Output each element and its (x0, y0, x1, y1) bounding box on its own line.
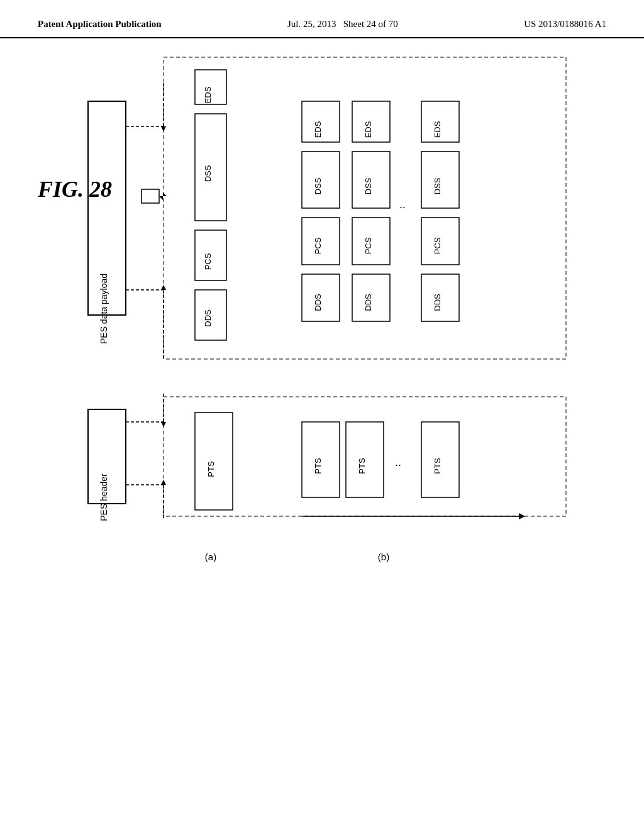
svg-text:PCS: PCS (203, 253, 213, 270)
date-sheet: Jul. 25, 2013 Sheet 24 of 70 (287, 18, 398, 31)
date: Jul. 25, 2013 (287, 19, 336, 29)
svg-rect-9 (142, 189, 159, 203)
svg-marker-10 (159, 192, 167, 200)
publication-label: Patent Application Publication (38, 18, 162, 31)
patent-number: US 2013/0188016 A1 (524, 18, 606, 31)
svg-text:EDS: EDS (364, 121, 373, 138)
svg-rect-44 (164, 397, 566, 516)
svg-text:DDS: DDS (364, 294, 373, 311)
svg-text:PTS: PTS (313, 458, 323, 474)
svg-text:(a): (a) (205, 551, 216, 562)
sheet: Sheet 24 of 70 (343, 19, 398, 29)
svg-marker-49 (161, 422, 166, 427)
svg-text:DDS: DDS (313, 294, 323, 311)
svg-text:DSS: DSS (313, 177, 323, 194)
svg-text:PCS: PCS (313, 237, 323, 254)
diagram-container: PES data payload EDS DSS PCS DDS EDS (50, 51, 644, 745)
svg-text:EDS: EDS (433, 121, 442, 138)
svg-text:(b): (b) (378, 551, 389, 562)
svg-text:PES data payload: PES data payload (99, 274, 109, 344)
svg-text:DDS: DDS (433, 294, 442, 311)
svg-text:EDS: EDS (203, 86, 213, 103)
svg-text:DSS: DSS (433, 177, 442, 194)
svg-text:PCS: PCS (433, 237, 442, 254)
svg-text:PTS: PTS (357, 458, 367, 474)
svg-text:PCS: PCS (364, 237, 373, 254)
svg-marker-8 (161, 285, 166, 290)
svg-text:DSS: DSS (203, 165, 213, 182)
page-header: Patent Application Publication Jul. 25, … (0, 0, 644, 38)
svg-text:..: .. (399, 198, 406, 211)
svg-text:DDS: DDS (203, 309, 213, 327)
figure-28-svg: PES data payload EDS DSS PCS DDS EDS (50, 51, 591, 743)
svg-marker-63 (519, 513, 525, 519)
svg-marker-5 (161, 126, 166, 131)
svg-text:PES header: PES header (99, 473, 109, 521)
svg-text:..: .. (395, 456, 401, 468)
svg-text:PTS: PTS (206, 461, 216, 477)
svg-text:EDS: EDS (313, 121, 323, 138)
svg-text:PTS: PTS (433, 458, 442, 474)
svg-text:DSS: DSS (364, 177, 373, 194)
svg-marker-52 (161, 480, 166, 485)
